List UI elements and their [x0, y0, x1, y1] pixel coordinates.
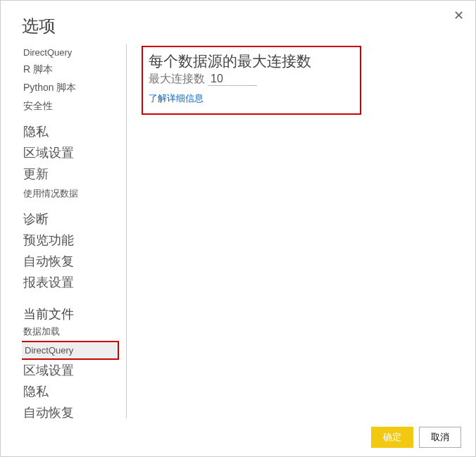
dialog-footer: 确定 取消	[1, 418, 475, 456]
section-title: 每个数据源的最大连接数	[149, 51, 354, 70]
sidebar-item-global-3[interactable]: 安全性	[22, 97, 118, 115]
sidebar-item-global-10[interactable]: 自动恢复	[22, 251, 118, 272]
sidebar-item-global-9[interactable]: 预览功能	[22, 230, 118, 251]
sidebar-item-global-6[interactable]: 更新	[22, 163, 118, 184]
sidebar-item-global-0[interactable]: DirectQuery	[22, 44, 118, 61]
cancel-button[interactable]: 取消	[419, 427, 461, 448]
max-conn-input[interactable]	[208, 73, 257, 86]
sidebar-item-file-4[interactable]: 自动恢复	[22, 402, 118, 418]
learn-more-link[interactable]: 了解详细信息	[149, 92, 203, 105]
max-connections-section: 每个数据源的最大连接数 最大连接数 了解详细信息	[142, 46, 361, 115]
sidebar-item-global-8[interactable]: 诊断	[22, 208, 118, 230]
sidebar-item-file-1[interactable]: DirectQuery	[22, 341, 119, 360]
sidebar-wrap: DirectQueryR 脚本Python 脚本安全性隐私区域设置更新使用情况数…	[22, 44, 127, 418]
sidebar-item-global-4[interactable]: 隐私	[22, 121, 118, 142]
sidebar-item-file-2[interactable]: 区域设置	[22, 360, 118, 381]
sidebar-header-current-file: 当前文件	[22, 299, 118, 323]
field-row: 最大连接数	[149, 72, 354, 87]
ok-button[interactable]: 确定	[371, 427, 413, 448]
divider	[126, 44, 127, 418]
content-panel: 每个数据源的最大连接数 最大连接数 了解详细信息	[127, 44, 475, 418]
sidebar-item-global-2[interactable]: Python 脚本	[22, 79, 118, 97]
dialog-body: DirectQueryR 脚本Python 脚本安全性隐私区域设置更新使用情况数…	[1, 44, 475, 418]
sidebar[interactable]: DirectQueryR 脚本Python 脚本安全性隐私区域设置更新使用情况数…	[22, 44, 120, 418]
close-icon[interactable]: ✕	[451, 6, 467, 25]
sidebar-item-global-1[interactable]: R 脚本	[22, 61, 118, 79]
sidebar-item-global-5[interactable]: 区域设置	[22, 142, 118, 163]
sidebar-item-global-7[interactable]: 使用情况数据	[22, 184, 118, 203]
max-conn-label: 最大连接数	[149, 72, 205, 87]
dialog-title: 选项	[1, 1, 475, 44]
options-dialog: ✕ 选项 DirectQueryR 脚本Python 脚本安全性隐私区域设置更新…	[0, 0, 476, 457]
sidebar-item-file-0[interactable]: 数据加载	[22, 323, 118, 341]
sidebar-item-file-3[interactable]: 隐私	[22, 381, 118, 402]
sidebar-item-global-11[interactable]: 报表设置	[22, 272, 118, 293]
